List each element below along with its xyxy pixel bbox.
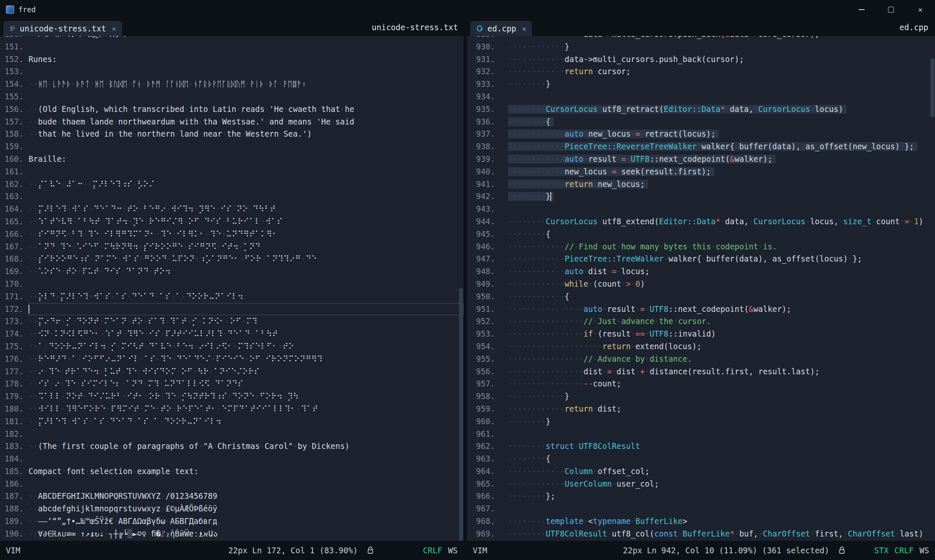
- line-content: [29, 428, 464, 441]
- vim-mode-indicator: VIM: [473, 541, 487, 560]
- line-content: ········}: [508, 415, 935, 428]
- code-line: 966.········};: [471, 490, 935, 503]
- line-content: ············UserColumn·user_col;: [508, 478, 935, 490]
- line-content: [508, 91, 935, 103]
- tab-close-icon[interactable]: ✕: [522, 25, 526, 33]
- line-number: 947.: [471, 253, 495, 265]
- line-number: 952.: [471, 315, 495, 328]
- line-content: ··ሥራ·ከመፍታት·ልጄን·ላፋታት።: [29, 36, 464, 41]
- line-content: ········{: [508, 228, 935, 241]
- text-cursor: [550, 192, 551, 201]
- lock-icon[interactable]: [367, 546, 374, 556]
- minimize-button[interactable]: [847, 0, 876, 19]
- line-content: ········};: [508, 490, 935, 503]
- ws-indicator: WS: [448, 541, 458, 560]
- line-number: 176.: [4, 353, 23, 366]
- code-line: 946.············//·Find·out·how·many·byt…: [471, 241, 935, 253]
- code-line: 165.··⠱⠁⠞⠑⠧⠻·⠁⠃⠳⠞·⠹⠁⠞⠲·⡹⠑·⠗⠑⠛⠊⠌⠻·⠕⠋·⠙⠊⠎·…: [4, 215, 464, 228]
- code-line: 948.············auto·dist·=·locus;: [471, 265, 935, 278]
- code-line: 931.············data->multi_cursors.push…: [471, 53, 935, 66]
- code-line: 958.············}: [471, 390, 935, 403]
- line-content: Compact·font·selection·example·text:: [29, 465, 464, 478]
- line-content: ··⡌⠁⠧⠑·⠼⠁⠒··⡍⠜⠇⠑⠹⠰⠎·⡣⠕⠌: [29, 178, 464, 191]
- code-line: 182.: [4, 428, 464, 441]
- window-controls: ✕: [847, 0, 935, 19]
- code-line: 952.················//·Just·advance·the·…: [471, 315, 935, 328]
- scrollbar-thumb-left[interactable]: [459, 288, 463, 541]
- line-number: 161.: [4, 166, 23, 178]
- maximize-button[interactable]: [876, 0, 906, 19]
- line-number: 958.: [471, 390, 495, 403]
- code-line: 942.········}: [471, 190, 935, 203]
- line-content: ············auto·new_locus·=·retract(loc…: [508, 128, 935, 140]
- line-content: ··abcdefghijklmnopqrstuvwxyz·£©µÀÆÖÞßéöÿ: [29, 503, 464, 515]
- code-line: 157.··bude·thaem·lande·northweardum·with…: [4, 116, 464, 128]
- editor-pane-right[interactable]: 929.················data->multi_cursors.…: [467, 36, 935, 541]
- cursor-position-indicator: 22px Ln 172, Col 1 (83.90%): [228, 541, 358, 560]
- line-number: 941.: [471, 178, 495, 191]
- line-number: 188.: [4, 503, 23, 515]
- line-number: 948.: [471, 265, 495, 278]
- code-line: 933.········}: [471, 78, 935, 91]
- line-content: ··ᚻᛖ·ᚳᚹᚫᚦ·ᚦᚫᛏ·ᚻᛖ·ᛒᚢᛞᛖ·ᚩᚾ·ᚦᚫᛗ·ᛚᚪᚾᛞᛖ·ᚾᚩᚱᚦᚹ…: [29, 78, 464, 91]
- line-number: 955.: [471, 353, 495, 366]
- close-button[interactable]: ✕: [906, 0, 935, 19]
- code-line: 173.··⡍⠔⠙⠖·⡊·⠙⠕⠝⠞·⠍⠑⠁⠝·⠞⠕·⠎⠁⠹·⠹⠁⠞·⡊·⠅⠝⠪⠂…: [4, 315, 464, 328]
- scrollbar-left[interactable]: [458, 36, 464, 541]
- line-number: 152.: [4, 53, 23, 66]
- code-line: 949.············while·(count·>·0): [471, 278, 935, 290]
- line-number: 172.: [4, 303, 23, 316]
- line-number: 951.: [471, 303, 495, 316]
- scrollbar-thumb-right[interactable]: [930, 59, 935, 117]
- scrollbar-right[interactable]: [930, 36, 935, 541]
- status-right-group: STX CRLF WS: [874, 541, 929, 560]
- code-line: 190.··∀∂∈ℝ∧∪≡∞·↑↗↨↻⇣·┐┼╔╘░►☺♀·ﬁ�⑀₂ἠḂӥẄɐː…: [4, 528, 464, 540]
- line-content: ··(The·first·couple·of·paragraphs·of·"A·…: [29, 440, 464, 453]
- line-number: 159.: [4, 140, 23, 153]
- line-number: 158.: [4, 128, 23, 140]
- code-line: 959.············return·dist;: [471, 403, 935, 415]
- code-rows-right: 929.················data->multi_cursors.…: [467, 36, 935, 540]
- code-line: 937.············auto·new_locus·=·retract…: [471, 128, 935, 140]
- line-number: 190.: [4, 528, 23, 540]
- lock-icon[interactable]: [839, 546, 845, 556]
- code-line: 964.············Column·offset_col;: [471, 465, 935, 478]
- line-content: ··⠗⠑⠛⠜⠙·⠁·⠊⠕⠋⠋⠔⠤⠝⠁⠊⠇·⠁⠎·⠹⠑·⠙⠑⠁⠙⠑⠌·⠏⠊⠑⠊⠑·…: [29, 353, 464, 366]
- line-content: ··⡍⠔⠙⠖·⡊·⠙⠕⠝⠞·⠍⠑⠁⠝·⠞⠕·⠎⠁⠹·⠹⠁⠞·⡊·⠅⠝⠪⠂·⠕⠋·…: [29, 315, 464, 328]
- line-content: [508, 203, 935, 215]
- line-content: ··⡎⠊⠗⠕⠕⠛⠑⠰⠎·⠝⠁⠍⠑·⠺⠁⠎·⠛⠕⠕⠙·⠥⠏⠕⠝·⠰⡡⠁⠝⠛⠑⠂·⠋…: [29, 253, 464, 265]
- line-content: ··∀∂∈ℝ∧∪≡∞·↑↗↨↻⇣·┐┼╔╘░►☺♀·ﬁ�⑀₂ἠḂӥẄɐː⍎אԱა: [29, 528, 464, 540]
- line-content: ················data->multi_cursors.push…: [508, 36, 935, 41]
- line-number: 157.: [4, 116, 23, 128]
- code-line: 163.: [4, 190, 464, 203]
- line-content: ··⠔·⠹⠑·⠞⠗⠁⠙⠑⠲·⡃⠥⠞·⠹⠑·⠺⠊⠎⠙⠕⠍·⠕⠋·⠳⠗·⠁⠝⠊⠑⠌⠕…: [29, 366, 464, 378]
- line-number: 174.: [4, 328, 23, 340]
- line-content: ··–—‘“”„†•…‰™œŠŸž€·ΑΒΓΔΩαβγδω·АБВГДабвгд: [29, 515, 464, 528]
- titlebar-left: fred: [6, 0, 36, 19]
- code-line: 167.··⠁⠝⠙·⠹⠑·⠡⠊⠑⠋·⠍⠳⠗⠝⠻⠲·⡎⠊⠗⠕⠕⠛⠑·⠎⠊⠛⠝⠫·⠊…: [4, 241, 464, 253]
- filename-overlay-right: ed.cpp: [899, 23, 928, 32]
- line-content: ··⠁⠝⠙·⠹⠑·⠡⠊⠑⠋·⠍⠳⠗⠝⠻⠲·⡎⠊⠗⠕⠕⠛⠑·⠎⠊⠛⠝⠫·⠊⠞⠲·⡁…: [29, 241, 464, 253]
- code-line: 159.: [4, 140, 464, 153]
- line-content: ················--count;: [508, 378, 935, 390]
- line-number: 166.: [4, 228, 23, 241]
- editor-pane-left[interactable]: 150.··ሥራ·ከመፍታት·ልጄን·ላፋታት።151.152.Runes:15…: [0, 36, 464, 541]
- code-line: 150.··ሥራ·ከመፍታት·ልጄን·ላፋታት።: [4, 36, 464, 41]
- tab-ed-cpp[interactable]: ed.cpp ✕: [470, 21, 532, 36]
- line-content: ········CursorLocus·utf8_extend(Editor::…: [508, 215, 935, 228]
- code-line: 968.········template·<typename·BufferLik…: [471, 515, 935, 528]
- line-number: 156.: [4, 103, 23, 116]
- line-content: Runes:: [29, 53, 464, 66]
- line-number: 163.: [4, 190, 23, 203]
- line-number: 954.: [471, 340, 495, 353]
- code-line: 945.········{: [471, 228, 935, 241]
- line-number: 184.: [4, 453, 23, 465]
- tab-unicode-stress-txt[interactable]: unicode-stress.txt ✕: [3, 21, 122, 36]
- line-number: 173.: [4, 315, 23, 328]
- code-line: 171.··⡕⠇⠙·⡍⠜⠇⠑⠹·⠺⠁⠎·⠁⠎·⠙⠑⠁⠙·⠁⠎·⠁·⠙⠕⠕⠗⠤⠝⠁…: [4, 290, 464, 303]
- line-content: ········template·<typename·BufferLike>: [508, 515, 935, 528]
- tab-close-icon[interactable]: ✕: [112, 25, 116, 33]
- tab-label: unicode-stress.txt: [20, 24, 106, 33]
- code-line: 152.Runes:: [4, 53, 464, 66]
- code-line: 955.················//·Advance·by·distan…: [471, 353, 935, 366]
